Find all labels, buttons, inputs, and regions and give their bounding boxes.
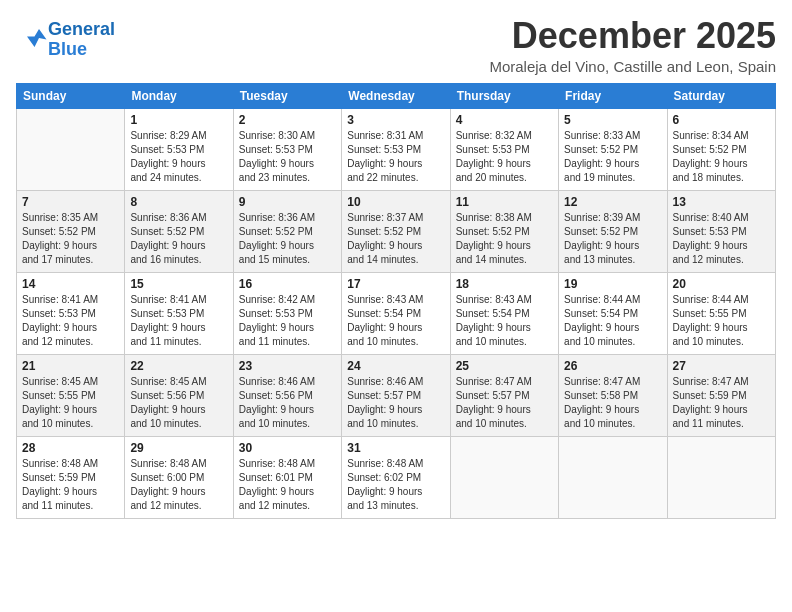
page-container: General Blue December 2025 Moraleja del … <box>0 0 792 527</box>
title-block: December 2025 Moraleja del Vino, Castill… <box>489 16 776 75</box>
logo-icon <box>18 23 48 53</box>
weekday-header: Tuesday <box>233 83 341 108</box>
header-row: SundayMondayTuesdayWednesdayThursdayFrid… <box>17 83 776 108</box>
day-number: 3 <box>347 113 444 127</box>
calendar-cell: 2Sunrise: 8:30 AM Sunset: 5:53 PM Daylig… <box>233 108 341 190</box>
logo-blue: Blue <box>48 39 87 59</box>
day-info: Sunrise: 8:47 AM Sunset: 5:57 PM Dayligh… <box>456 375 553 431</box>
day-info: Sunrise: 8:46 AM Sunset: 5:57 PM Dayligh… <box>347 375 444 431</box>
day-info: Sunrise: 8:39 AM Sunset: 5:52 PM Dayligh… <box>564 211 661 267</box>
day-info: Sunrise: 8:38 AM Sunset: 5:52 PM Dayligh… <box>456 211 553 267</box>
day-number: 16 <box>239 277 336 291</box>
calendar-week-row: 21Sunrise: 8:45 AM Sunset: 5:55 PM Dayli… <box>17 354 776 436</box>
day-info: Sunrise: 8:48 AM Sunset: 6:00 PM Dayligh… <box>130 457 227 513</box>
calendar-cell: 27Sunrise: 8:47 AM Sunset: 5:59 PM Dayli… <box>667 354 775 436</box>
day-number: 17 <box>347 277 444 291</box>
day-number: 22 <box>130 359 227 373</box>
day-number: 25 <box>456 359 553 373</box>
day-info: Sunrise: 8:31 AM Sunset: 5:53 PM Dayligh… <box>347 129 444 185</box>
day-info: Sunrise: 8:32 AM Sunset: 5:53 PM Dayligh… <box>456 129 553 185</box>
day-number: 19 <box>564 277 661 291</box>
header: General Blue December 2025 Moraleja del … <box>16 16 776 75</box>
calendar-cell: 16Sunrise: 8:42 AM Sunset: 5:53 PM Dayli… <box>233 272 341 354</box>
calendar-cell: 12Sunrise: 8:39 AM Sunset: 5:52 PM Dayli… <box>559 190 667 272</box>
day-info: Sunrise: 8:37 AM Sunset: 5:52 PM Dayligh… <box>347 211 444 267</box>
day-info: Sunrise: 8:44 AM Sunset: 5:55 PM Dayligh… <box>673 293 770 349</box>
day-number: 29 <box>130 441 227 455</box>
day-info: Sunrise: 8:46 AM Sunset: 5:56 PM Dayligh… <box>239 375 336 431</box>
day-info: Sunrise: 8:36 AM Sunset: 5:52 PM Dayligh… <box>239 211 336 267</box>
calendar-cell: 4Sunrise: 8:32 AM Sunset: 5:53 PM Daylig… <box>450 108 558 190</box>
logo-general: General <box>48 19 115 39</box>
day-number: 7 <box>22 195 119 209</box>
day-number: 28 <box>22 441 119 455</box>
calendar-cell: 7Sunrise: 8:35 AM Sunset: 5:52 PM Daylig… <box>17 190 125 272</box>
day-info: Sunrise: 8:40 AM Sunset: 5:53 PM Dayligh… <box>673 211 770 267</box>
calendar-cell <box>17 108 125 190</box>
calendar-cell: 22Sunrise: 8:45 AM Sunset: 5:56 PM Dayli… <box>125 354 233 436</box>
day-number: 10 <box>347 195 444 209</box>
day-info: Sunrise: 8:29 AM Sunset: 5:53 PM Dayligh… <box>130 129 227 185</box>
calendar-week-row: 1Sunrise: 8:29 AM Sunset: 5:53 PM Daylig… <box>17 108 776 190</box>
day-info: Sunrise: 8:47 AM Sunset: 5:59 PM Dayligh… <box>673 375 770 431</box>
calendar-cell: 13Sunrise: 8:40 AM Sunset: 5:53 PM Dayli… <box>667 190 775 272</box>
calendar-week-row: 7Sunrise: 8:35 AM Sunset: 5:52 PM Daylig… <box>17 190 776 272</box>
calendar-cell: 23Sunrise: 8:46 AM Sunset: 5:56 PM Dayli… <box>233 354 341 436</box>
svg-marker-0 <box>27 29 47 47</box>
weekday-header: Thursday <box>450 83 558 108</box>
calendar-cell: 15Sunrise: 8:41 AM Sunset: 5:53 PM Dayli… <box>125 272 233 354</box>
calendar-cell: 6Sunrise: 8:34 AM Sunset: 5:52 PM Daylig… <box>667 108 775 190</box>
day-info: Sunrise: 8:48 AM Sunset: 6:01 PM Dayligh… <box>239 457 336 513</box>
calendar-week-row: 14Sunrise: 8:41 AM Sunset: 5:53 PM Dayli… <box>17 272 776 354</box>
day-info: Sunrise: 8:30 AM Sunset: 5:53 PM Dayligh… <box>239 129 336 185</box>
day-number: 20 <box>673 277 770 291</box>
weekday-header: Monday <box>125 83 233 108</box>
logo-text: General Blue <box>48 20 115 60</box>
day-number: 15 <box>130 277 227 291</box>
calendar-cell: 30Sunrise: 8:48 AM Sunset: 6:01 PM Dayli… <box>233 436 341 518</box>
day-number: 24 <box>347 359 444 373</box>
day-number: 27 <box>673 359 770 373</box>
calendar-cell: 20Sunrise: 8:44 AM Sunset: 5:55 PM Dayli… <box>667 272 775 354</box>
day-info: Sunrise: 8:42 AM Sunset: 5:53 PM Dayligh… <box>239 293 336 349</box>
calendar-cell: 3Sunrise: 8:31 AM Sunset: 5:53 PM Daylig… <box>342 108 450 190</box>
weekday-header: Friday <box>559 83 667 108</box>
day-number: 8 <box>130 195 227 209</box>
day-number: 23 <box>239 359 336 373</box>
weekday-header: Sunday <box>17 83 125 108</box>
day-number: 1 <box>130 113 227 127</box>
calendar-cell: 26Sunrise: 8:47 AM Sunset: 5:58 PM Dayli… <box>559 354 667 436</box>
month-title: December 2025 <box>489 16 776 56</box>
day-info: Sunrise: 8:41 AM Sunset: 5:53 PM Dayligh… <box>130 293 227 349</box>
calendar-cell <box>667 436 775 518</box>
day-number: 6 <box>673 113 770 127</box>
day-info: Sunrise: 8:45 AM Sunset: 5:56 PM Dayligh… <box>130 375 227 431</box>
calendar-cell: 24Sunrise: 8:46 AM Sunset: 5:57 PM Dayli… <box>342 354 450 436</box>
calendar-cell: 10Sunrise: 8:37 AM Sunset: 5:52 PM Dayli… <box>342 190 450 272</box>
calendar-cell <box>450 436 558 518</box>
calendar-week-row: 28Sunrise: 8:48 AM Sunset: 5:59 PM Dayli… <box>17 436 776 518</box>
day-number: 12 <box>564 195 661 209</box>
calendar-cell: 18Sunrise: 8:43 AM Sunset: 5:54 PM Dayli… <box>450 272 558 354</box>
calendar-body: 1Sunrise: 8:29 AM Sunset: 5:53 PM Daylig… <box>17 108 776 518</box>
day-info: Sunrise: 8:33 AM Sunset: 5:52 PM Dayligh… <box>564 129 661 185</box>
calendar-cell: 31Sunrise: 8:48 AM Sunset: 6:02 PM Dayli… <box>342 436 450 518</box>
day-info: Sunrise: 8:35 AM Sunset: 5:52 PM Dayligh… <box>22 211 119 267</box>
weekday-header: Saturday <box>667 83 775 108</box>
day-info: Sunrise: 8:41 AM Sunset: 5:53 PM Dayligh… <box>22 293 119 349</box>
calendar-cell: 25Sunrise: 8:47 AM Sunset: 5:57 PM Dayli… <box>450 354 558 436</box>
day-number: 2 <box>239 113 336 127</box>
day-number: 9 <box>239 195 336 209</box>
calendar-cell: 1Sunrise: 8:29 AM Sunset: 5:53 PM Daylig… <box>125 108 233 190</box>
day-info: Sunrise: 8:44 AM Sunset: 5:54 PM Dayligh… <box>564 293 661 349</box>
day-info: Sunrise: 8:45 AM Sunset: 5:55 PM Dayligh… <box>22 375 119 431</box>
location-title: Moraleja del Vino, Castille and Leon, Sp… <box>489 58 776 75</box>
day-info: Sunrise: 8:43 AM Sunset: 5:54 PM Dayligh… <box>456 293 553 349</box>
day-number: 5 <box>564 113 661 127</box>
calendar-cell: 8Sunrise: 8:36 AM Sunset: 5:52 PM Daylig… <box>125 190 233 272</box>
day-number: 13 <box>673 195 770 209</box>
day-info: Sunrise: 8:48 AM Sunset: 5:59 PM Dayligh… <box>22 457 119 513</box>
day-number: 11 <box>456 195 553 209</box>
weekday-header: Wednesday <box>342 83 450 108</box>
day-number: 14 <box>22 277 119 291</box>
